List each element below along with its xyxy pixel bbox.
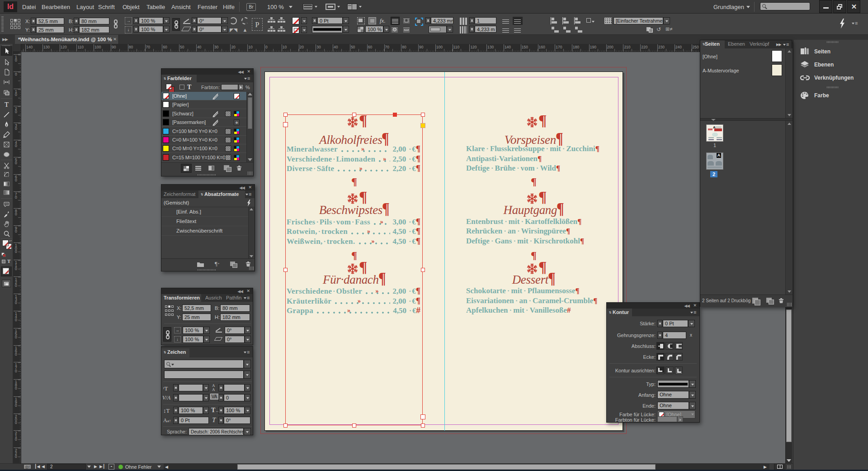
svg-text:T: T	[5, 101, 9, 108]
